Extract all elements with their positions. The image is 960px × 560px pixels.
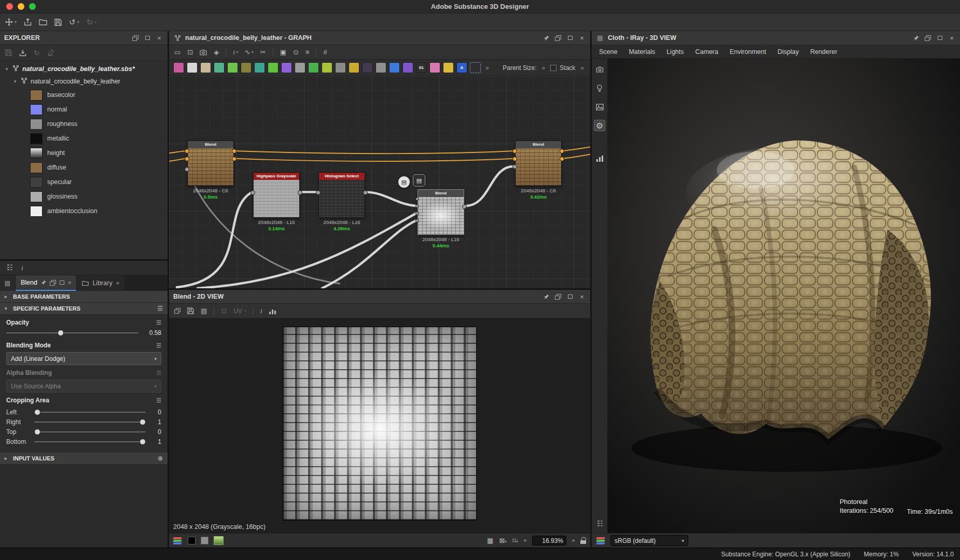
save-icon[interactable]: [5, 49, 12, 56]
input-port[interactable]: [316, 190, 321, 195]
output-row-roughness[interactable]: roughness: [0, 117, 168, 131]
grayscale-conversion-node-icon[interactable]: [335, 62, 346, 73]
open-folder-icon[interactable]: [39, 19, 47, 26]
maximize-panel-icon[interactable]: [60, 281, 64, 285]
input-port[interactable]: [185, 157, 189, 161]
transform-tool-icon[interactable]: ▾: [5, 18, 17, 26]
uniform-color-node-icon[interactable]: [173, 62, 184, 73]
lock-zoom-icon[interactable]: [580, 537, 586, 544]
collapse-caret-icon[interactable]: ▾: [12, 79, 18, 84]
output-row-diffuse[interactable]: diffuse: [0, 160, 168, 175]
grid-snap-icon[interactable]: #: [323, 48, 327, 56]
histogram-icon[interactable]: [269, 308, 276, 314]
splatter-node-icon[interactable]: [268, 62, 279, 73]
sphere-node-icon[interactable]: [362, 62, 373, 73]
pin-icon[interactable]: [41, 280, 46, 285]
output-port[interactable]: [363, 190, 368, 195]
output-port[interactable]: [462, 204, 467, 209]
output-row-height[interactable]: height: [0, 146, 168, 160]
output-port[interactable]: [232, 149, 236, 153]
value-node-icon[interactable]: 01: [416, 62, 427, 73]
float-panel-icon[interactable]: [50, 280, 56, 286]
view2d-canvas[interactable]: 2048 x 2048 (Grayscale, 16bpc): [169, 318, 590, 533]
crop-left-slider[interactable]: [34, 409, 146, 416]
text-node-icon[interactable]: A: [456, 62, 467, 73]
link-mode-icon[interactable]: ∿▾: [245, 48, 254, 56]
collapse-caret-icon[interactable]: ▾: [4, 66, 9, 72]
menu-materials[interactable]: Materials: [629, 48, 655, 55]
slope-blur-node-icon[interactable]: [214, 62, 225, 73]
param-menu-icon[interactable]: ☰: [156, 319, 161, 326]
gradient-map-node-icon[interactable]: [429, 62, 440, 73]
input-port[interactable]: [185, 167, 189, 172]
colorspace-dropdown[interactable]: sRGB (default) ▾: [610, 535, 688, 546]
graph-node-blend-3[interactable]: Blend 2048x2048 - C8 3.42ms: [515, 141, 562, 200]
tile-sampler-node-icon[interactable]: [254, 62, 265, 73]
export-icon[interactable]: [24, 18, 32, 26]
warning-node-icon[interactable]: [443, 62, 454, 73]
crop-right-slider[interactable]: [34, 418, 146, 426]
parent-size-chevron[interactable]: »: [542, 64, 546, 72]
input-port[interactable]: [415, 197, 419, 201]
output-port[interactable]: [298, 190, 302, 195]
close-tab-icon[interactable]: ×: [116, 281, 119, 286]
paint-node-icon[interactable]: [308, 62, 319, 73]
maximize-panel-icon[interactable]: [936, 34, 944, 42]
maximize-panel-icon[interactable]: [143, 34, 151, 42]
output-row-specular[interactable]: specular: [0, 175, 168, 189]
snapshot-icon[interactable]: [200, 49, 207, 55]
paste-image-icon[interactable]: ▤: [201, 307, 207, 315]
output-port[interactable]: [232, 157, 236, 161]
hierarchy-icon[interactable]: [6, 264, 13, 272]
material-mode-icon[interactable]: ▣: [280, 48, 286, 56]
tab-library[interactable]: Library ×: [76, 275, 124, 291]
cut-link-icon[interactable]: ✂: [260, 48, 266, 56]
maximize-panel-icon[interactable]: [566, 34, 574, 42]
menu-renderer[interactable]: Renderer: [810, 48, 837, 55]
undo-icon[interactable]: ↺▾: [69, 18, 79, 27]
frame-node-icon[interactable]: [470, 62, 481, 73]
transform-uv-icon[interactable]: ⊡: [221, 307, 227, 315]
float-panel-icon[interactable]: [131, 34, 140, 42]
background-black-swatch[interactable]: [188, 537, 196, 544]
section-input-values[interactable]: ▸ INPUT VALUES ⊕: [0, 453, 168, 465]
input-port[interactable]: [251, 190, 255, 195]
output-port[interactable]: [560, 149, 564, 153]
light-bulb-icon[interactable]: [594, 82, 605, 94]
output-row-ambientocclusion[interactable]: ambientocclusion: [0, 204, 168, 218]
sync-icon[interactable]: ↻: [34, 49, 40, 57]
blur-node-icon[interactable]: [200, 62, 211, 73]
float-panel-icon[interactable]: [554, 292, 562, 301]
renderer-settings-icon[interactable]: ⚙: [594, 120, 605, 131]
background-gray-swatch[interactable]: [201, 537, 208, 544]
graph-row[interactable]: ▾ natural_crocodile_belly_leather: [0, 75, 168, 88]
marquee-select-icon[interactable]: ▭: [174, 48, 180, 56]
hierarchy-icon[interactable]: [594, 517, 605, 529]
info-mode-icon[interactable]: i▾: [233, 48, 238, 57]
pin-icon[interactable]: [912, 34, 920, 42]
maximize-panel-icon[interactable]: [566, 292, 574, 301]
add-input-icon[interactable]: ⊕: [158, 455, 163, 462]
levels-node-icon[interactable]: [227, 62, 238, 73]
node-duplicate-button[interactable]: ▤: [413, 174, 425, 187]
blend-node-icon[interactable]: [187, 62, 198, 73]
channels-icon[interactable]: [173, 537, 183, 544]
height-node-icon[interactable]: [375, 62, 386, 73]
input-port[interactable]: [185, 149, 189, 153]
float-panel-icon[interactable]: [554, 34, 562, 42]
uv-mode-dropdown[interactable]: UV ▾: [233, 307, 246, 315]
graph-node-highpass-grayscale[interactable]: Highpass Grayscale 2048x2048 - L16 3.14m…: [253, 172, 300, 231]
align-nodes-icon[interactable]: ≡: [305, 48, 310, 56]
zoom-input[interactable]: [532, 536, 566, 545]
stack-chevron[interactable]: »: [580, 64, 584, 72]
close-panel-icon[interactable]: ×: [578, 292, 586, 301]
tiling-icon[interactable]: ▦: [487, 537, 493, 544]
color-wheel-node-icon[interactable]: [402, 62, 413, 73]
section-specific-parameters[interactable]: ▾ SPECIFIC PARAMETERS ☰: [0, 303, 168, 315]
output-row-basecolor[interactable]: basecolor: [0, 88, 168, 102]
param-menu-icon[interactable]: ☰: [156, 397, 161, 404]
output-row-metallic[interactable]: metallic: [0, 131, 168, 146]
copy-image-icon[interactable]: [174, 308, 180, 314]
info-icon[interactable]: i: [21, 264, 23, 272]
graph-canvas[interactable]: Blend 2048x2048 - C8 0.5ms: [169, 76, 590, 288]
